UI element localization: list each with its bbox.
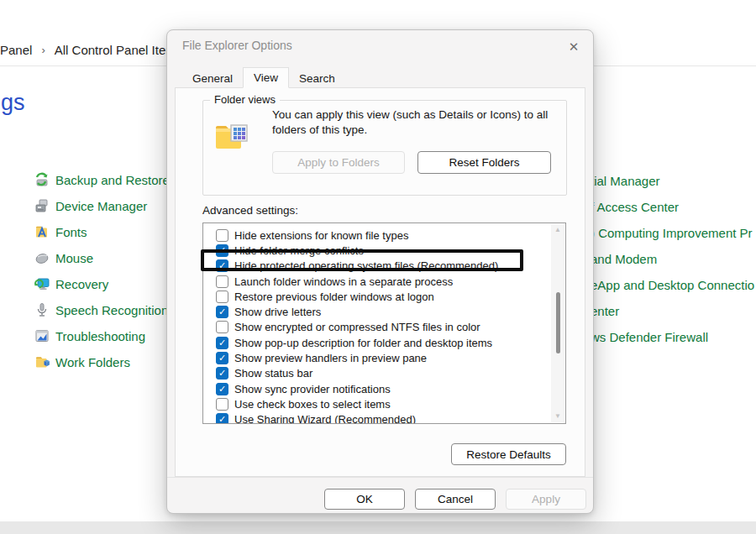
control-panel-item-label: tial Manager — [591, 174, 660, 188]
tab-search[interactable]: Search — [289, 69, 345, 88]
checkbox-checked[interactable]: ✓ — [216, 352, 228, 364]
scroll-up-icon[interactable]: ▲ — [554, 227, 561, 233]
checkbox-checked[interactable]: ✓ — [216, 244, 228, 257]
control-panel-item[interactable]: enter — [591, 301, 756, 320]
reset-folders-button[interactable]: Reset Folders — [417, 151, 551, 174]
scrollbar[interactable]: ▲ ▼ — [551, 224, 564, 422]
fonts-icon — [34, 223, 50, 240]
tab-view[interactable]: View — [243, 67, 289, 88]
control-panel-item-label: ) Computing Improvement Pr — [591, 226, 753, 240]
folder-views-group: Folder views You can apply this view (su… — [202, 100, 567, 196]
control-panel-item-label: Backup and Restore — [55, 173, 170, 187]
setting-label: Hide extensions for known file types — [234, 229, 408, 242]
setting-row[interactable]: ✓Hide protected operating system files (… — [203, 259, 551, 274]
setting-row[interactable]: ✓Show sync provider notifications — [203, 381, 551, 396]
control-panel-item-label: enter — [591, 304, 619, 318]
setting-row[interactable]: Launch folder windows in a separate proc… — [203, 274, 551, 289]
footer-divider — [167, 477, 593, 478]
device-manager-icon — [34, 197, 50, 214]
mouse-icon — [34, 249, 50, 266]
checkbox-unchecked[interactable] — [216, 398, 228, 411]
breadcrumb-item-all-control-panel-items[interactable]: All Control Panel Item — [55, 43, 176, 57]
checkbox-unchecked[interactable] — [216, 229, 228, 242]
breadcrumb-separator-icon: › — [41, 44, 45, 56]
control-panel-item[interactable]: tial Manager — [591, 171, 756, 190]
folder-views-legend: Folder views — [210, 93, 280, 106]
control-panel-item-label: f Access Center — [591, 200, 679, 214]
troubleshooting-icon — [34, 327, 50, 344]
breadcrumb: Panel › All Control Panel Item — [0, 39, 176, 60]
apply-button[interactable]: Apply — [506, 489, 586, 510]
setting-row[interactable]: ✓Hide folder merge conflicts — [203, 243, 551, 258]
control-panel-item-label: Work Folders — [55, 355, 130, 369]
control-panel-item-label: eApp and Desktop Connectio — [591, 278, 754, 292]
setting-label: Restore previous folder windows at logon — [234, 291, 434, 303]
tab-general[interactable]: General — [182, 69, 243, 88]
checkbox-checked[interactable]: ✓ — [216, 259, 228, 272]
breadcrumb-item-panel[interactable]: Panel — [0, 43, 32, 57]
setting-label: Use Sharing Wizard (Recommended) — [234, 413, 416, 424]
checkbox-checked[interactable]: ✓ — [216, 337, 228, 349]
folder-views-icon — [213, 119, 249, 154]
recovery-icon — [34, 275, 50, 292]
checkbox-unchecked[interactable] — [216, 321, 228, 333]
backup-restore-icon — [34, 171, 50, 188]
setting-label: Use check boxes to select items — [234, 398, 391, 411]
setting-label: Launch folder windows in a separate proc… — [234, 275, 453, 288]
ok-button[interactable]: OK — [324, 489, 405, 510]
checkbox-unchecked[interactable] — [216, 291, 228, 303]
cancel-button[interactable]: Cancel — [415, 489, 496, 510]
control-panel-item[interactable]: eApp and Desktop Connectio — [591, 275, 756, 294]
page-heading-fragment: gs — [1, 90, 25, 116]
setting-row[interactable]: Show encrypted or compressed NTFS files … — [203, 320, 551, 335]
control-panel-item[interactable]: f Access Center — [591, 197, 756, 216]
control-panel-item-label: ws Defender Firewall — [591, 330, 708, 344]
control-panel-item[interactable]: ws Defender Firewall — [591, 327, 756, 346]
setting-row[interactable]: ✓Use Sharing Wizard (Recommended) — [203, 412, 551, 424]
checkbox-checked[interactable]: ✓ — [216, 306, 228, 318]
close-icon[interactable]: ✕ — [561, 35, 586, 59]
setting-label: Show drive letters — [234, 306, 321, 318]
dialog-title: File Explorer Options — [182, 39, 292, 52]
setting-row[interactable]: Hide extensions for known file types — [203, 228, 551, 243]
setting-row[interactable]: ✓Show preview handlers in preview pane — [203, 350, 551, 365]
setting-row[interactable]: Use check boxes to select items — [203, 396, 551, 411]
setting-label: Show pop-up description for folder and d… — [234, 337, 492, 349]
scroll-down-icon[interactable]: ▼ — [554, 413, 561, 420]
bottom-strip — [0, 521, 756, 534]
control-panel-item-label: Fonts — [55, 225, 87, 239]
setting-row[interactable]: Restore previous folder windows at logon — [203, 289, 551, 304]
setting-label: Show status bar — [234, 367, 312, 380]
setting-label: Show sync provider notifications — [234, 383, 391, 395]
control-panel-item[interactable]: ) Computing Improvement Pr — [591, 223, 756, 242]
control-panel-item-label: Speech Recognition — [55, 303, 168, 317]
setting-row[interactable]: ✓Show status bar — [203, 366, 551, 381]
advanced-settings-list[interactable]: Hide extensions for known file types✓Hid… — [202, 222, 566, 424]
work-folders-icon — [34, 353, 50, 370]
speech-recognition-icon — [34, 301, 50, 318]
setting-row[interactable]: ✓Show pop-up description for folder and … — [203, 335, 551, 350]
control-panel-item[interactable]: and Modem — [591, 249, 756, 268]
setting-label: Show preview handlers in preview pane — [234, 352, 427, 364]
checkbox-checked[interactable]: ✓ — [216, 383, 228, 395]
setting-row[interactable]: ✓Show drive letters — [203, 304, 551, 319]
checkbox-checked[interactable]: ✓ — [216, 367, 228, 380]
checkbox-checked[interactable]: ✓ — [216, 413, 228, 424]
control-panel-item-label: Recovery — [55, 277, 108, 291]
scrollbar-thumb[interactable] — [556, 292, 560, 353]
folder-views-description: You can apply this view (such as Details… — [272, 107, 564, 137]
tab-strip: General View Search — [182, 69, 345, 88]
checkbox-unchecked[interactable] — [216, 275, 228, 288]
control-panel-items-right-column: tial Managerf Access Center) Computing I… — [591, 171, 756, 353]
file-explorer-options-dialog: File Explorer Options ✕ General View Sea… — [166, 29, 594, 514]
control-panel-item-label: Mouse — [55, 251, 93, 265]
control-panel-item-label: and Modem — [591, 252, 657, 266]
setting-label: Hide folder merge conflicts — [234, 244, 364, 257]
restore-defaults-button[interactable]: Restore Defaults — [451, 443, 566, 465]
advanced-settings-label: Advanced settings: — [202, 204, 298, 217]
setting-label: Hide protected operating system files (R… — [234, 259, 498, 272]
setting-label: Show encrypted or compressed NTFS files … — [234, 321, 480, 333]
control-panel-item-label: Troubleshooting — [55, 329, 145, 343]
control-panel-item-label: Device Manager — [55, 199, 147, 213]
apply-to-folders-button[interactable]: Apply to Folders — [272, 151, 405, 174]
